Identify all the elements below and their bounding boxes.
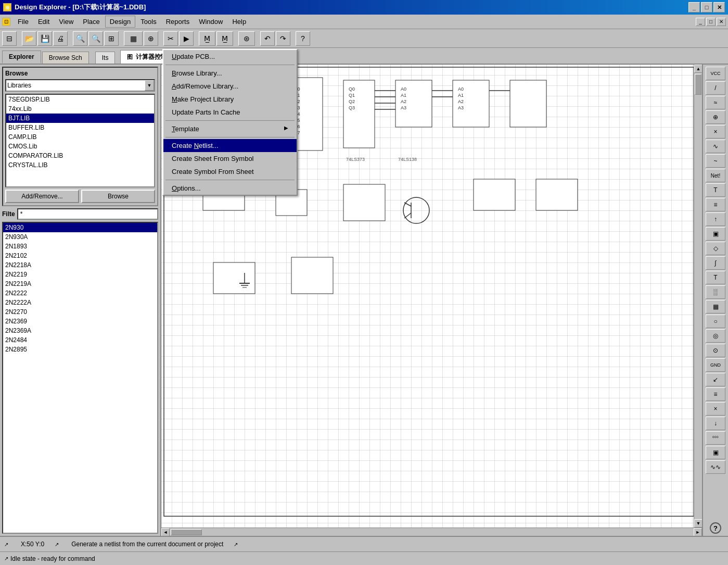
menu-file[interactable]: File [14, 16, 33, 27]
rt-cross-button[interactable]: × [706, 402, 725, 416]
component-list[interactable]: 2N930 2N930A 2N1893 2N2102 2N2218A 2N221… [2, 222, 158, 534]
menu-place[interactable]: Place [79, 16, 104, 27]
lib-item-7seg[interactable]: 7SEGDISP.LIB [6, 95, 154, 104]
menu-create-symbol-from-sheet[interactable]: Create Symbol From Sheet [163, 165, 297, 178]
help-button[interactable]: ? [710, 522, 721, 534]
menu-view[interactable]: View [55, 16, 78, 27]
menu-template[interactable]: Template [163, 122, 297, 135]
menu-create-netlist[interactable]: Create Netlist... [163, 139, 297, 152]
rt-wave-button[interactable]: ∿∿ [706, 460, 725, 474]
comp-item-2n2219[interactable]: 2N2219 [3, 270, 157, 279]
comp-item-2n930[interactable]: 2N930 [3, 223, 157, 232]
lib-item-camp[interactable]: CAMP.LIB [6, 132, 154, 142]
comp-item-2n2484[interactable]: 2N2484 [3, 335, 157, 345]
horizontal-scrollbar[interactable]: ◄ ► [161, 528, 702, 536]
inner-maximize[interactable]: □ [706, 18, 716, 26]
rt-wire-button[interactable]: / [706, 81, 725, 95]
tab-explorer[interactable]: Explorer [2, 51, 41, 64]
rt-net-button[interactable]: Net! [706, 169, 725, 182]
rt-junction-button[interactable]: ⊕ [706, 110, 725, 124]
lib-item-comparator[interactable]: COMPARATOR.LIB [6, 151, 154, 160]
comp-item-2n2895[interactable]: 2N2895 [3, 345, 157, 354]
lib-item-buffer[interactable]: BUFFER.LIB [6, 123, 154, 132]
add-remove-button[interactable]: Add/Remove... [5, 190, 79, 203]
lib-item-cmos[interactable]: CMOS.Lib [6, 142, 154, 151]
rt-arrow-diag-button[interactable]: ↙ [706, 373, 725, 386]
rt-array-button[interactable]: ⁰⁰⁰ [706, 431, 725, 445]
tb-btn11[interactable]: M̲ [199, 31, 215, 46]
comp-item-2n2369[interactable]: 2N2369 [3, 317, 157, 326]
rt-integral-button[interactable]: ∫ [706, 256, 725, 270]
tb-btn7[interactable]: ▦ [124, 31, 143, 46]
rt-text-button[interactable]: T [706, 183, 725, 197]
rt-comp-button[interactable]: ~ [706, 154, 725, 168]
menu-reports[interactable]: Reports [162, 16, 194, 27]
rt-lines-button[interactable]: ≡ [706, 387, 725, 401]
tb-zoom-fit[interactable]: ⊞ [104, 31, 119, 46]
browse-button[interactable]: Browse [81, 190, 155, 203]
menu-update-pcb[interactable]: Update PCB... [163, 50, 297, 63]
menu-design[interactable]: Design [105, 16, 135, 28]
tb-zoom-out[interactable]: 🔍 [88, 31, 103, 46]
rt-bus-entry-button[interactable]: ≡ [706, 198, 725, 211]
tb-btn12[interactable]: M̲̲ [216, 31, 233, 46]
rt-sheet-button[interactable]: ▣ [706, 227, 725, 241]
rt-power-button[interactable]: ∿ [706, 140, 725, 153]
menu-update-parts-cache[interactable]: Update Parts In Cache [163, 106, 297, 119]
lib-item-crystal[interactable]: CRYSTAL.LIB [6, 160, 154, 170]
comp-item-2n2270[interactable]: 2N2270 [3, 307, 157, 317]
comp-item-2n2219a[interactable]: 2N2219A [3, 279, 157, 288]
menu-add-remove-library[interactable]: Add/Remove Library... [163, 80, 297, 93]
scroll-left-button[interactable]: ◄ [161, 528, 170, 536]
rt-box-button[interactable]: ▣ [706, 446, 725, 459]
inner-minimize[interactable]: _ [696, 18, 705, 26]
filter-input[interactable] [17, 208, 158, 220]
menu-window[interactable]: Window [195, 16, 227, 27]
tb-icon1[interactable]: ⊟ [2, 31, 17, 46]
dropdown-arrow-icon[interactable]: ▼ [145, 80, 154, 91]
inner-close[interactable]: ✕ [717, 18, 726, 26]
menu-browse-library[interactable]: Browse Library... [163, 67, 297, 80]
menu-help[interactable]: Help [228, 16, 250, 27]
comp-item-2n2222[interactable]: 2N2222 [3, 288, 157, 298]
rt-arrow-up-button[interactable]: ↑ [706, 212, 725, 226]
menu-make-project-library[interactable]: Make Project Library [163, 93, 297, 106]
scroll-thumb-v[interactable] [695, 74, 701, 95]
rt-arrow-down-button[interactable]: ↓ [706, 417, 725, 430]
tb-btn13[interactable]: ⊛ [238, 31, 255, 46]
minimize-button[interactable]: _ [688, 2, 700, 12]
tb-print[interactable]: 🖨 [53, 31, 68, 46]
rt-gnd-button[interactable]: GND [706, 358, 725, 372]
tb-btn10[interactable]: ▶ [179, 31, 194, 46]
scroll-right-button[interactable]: ► [694, 528, 702, 536]
scroll-down-button[interactable]: ▼ [694, 519, 703, 528]
tb-undo[interactable]: ↶ [260, 31, 275, 46]
comp-item-2n2222a[interactable]: 2N2222A [3, 298, 157, 307]
maximize-button[interactable]: □ [701, 2, 712, 12]
doc-tab-its[interactable]: Its [95, 52, 116, 64]
tb-zoom-in[interactable]: 🔍 [73, 31, 87, 46]
menu-edit[interactable]: Edit [34, 16, 54, 27]
rt-bus-button[interactable]: ≈ [706, 96, 725, 109]
tb-open[interactable]: 📂 [22, 31, 36, 46]
tb-help[interactable]: ? [296, 31, 310, 46]
library-dropdown-wrapper[interactable]: Libraries ▼ [5, 79, 155, 92]
menu-options[interactable]: Options... [163, 182, 297, 195]
tab-browse-sch[interactable]: Browse Sch [42, 52, 89, 64]
scroll-thumb-h[interactable] [171, 529, 202, 535]
scroll-up-button[interactable]: ▲ [694, 65, 703, 73]
comp-item-2n2369a[interactable]: 2N2369A [3, 326, 157, 335]
vertical-scrollbar[interactable]: ▲ ▼ [694, 65, 702, 528]
lib-item-74xx[interactable]: 74xx.Lib [6, 104, 154, 114]
rt-target-button[interactable]: ⊙ [706, 344, 725, 357]
rt-vcc-button[interactable]: VCC [706, 67, 725, 80]
comp-item-2n1893[interactable]: 2N1893 [3, 242, 157, 251]
rt-dotcircle-button[interactable]: ◎ [706, 329, 725, 343]
lib-item-bjt[interactable]: BJT.LIB [6, 114, 154, 123]
library-dropdown[interactable]: Libraries [5, 79, 155, 92]
rt-text2-button[interactable]: T [706, 271, 725, 284]
comp-item-2n2218a[interactable]: 2N2218A [3, 260, 157, 270]
close-button[interactable]: ✕ [713, 2, 725, 12]
menu-tools[interactable]: Tools [136, 16, 160, 27]
rt-hatch-button[interactable]: ░ [706, 285, 725, 299]
